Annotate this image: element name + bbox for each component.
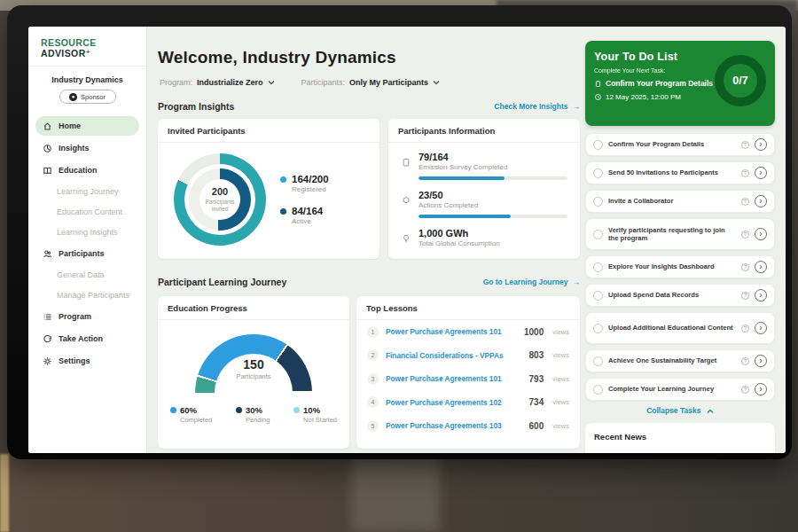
task-row[interactable]: Achieve One Sustainability Target ? ›: [585, 349, 775, 372]
task-row[interactable]: Verify participants requesting to join t…: [585, 218, 775, 250]
sidebar-item-take-action[interactable]: Take Action: [35, 329, 139, 348]
main-content: Welcome, Industry Dynamics Program: Indu…: [158, 27, 580, 453]
task-checkbox[interactable]: [593, 168, 603, 178]
recent-news-title: Recent News: [594, 432, 766, 442]
card-title: Participants Information: [388, 119, 580, 143]
task-row[interactable]: Confirm Your Program Details ? ›: [585, 133, 775, 156]
task-checkbox[interactable]: [593, 197, 603, 207]
app-logo: RESOURCE ADVISOR+: [28, 27, 146, 66]
chevron-right-icon[interactable]: ›: [755, 167, 767, 179]
stat-actions-completed: 23/50 Actions Completed: [401, 190, 567, 218]
chevron-right-icon[interactable]: ›: [755, 261, 767, 273]
lesson-link[interactable]: Power Purchase Agreements 103: [386, 421, 522, 430]
monitor-bezel: RESOURCE ADVISOR+ Industry Dynamics ● Sp…: [7, 5, 792, 459]
lesson-row: 1 Power Purchase Agreements 101 1000 vie…: [356, 320, 580, 344]
gauge-center-label: Participants: [195, 372, 312, 380]
participants-information-card: Participants Information 79/164 Emission…: [388, 119, 580, 259]
chevron-right-icon[interactable]: ›: [755, 195, 767, 207]
desk-environment: RESOURCE ADVISOR+ Industry Dynamics ● Sp…: [0, 0, 798, 532]
sidebar-item-program[interactable]: Program: [35, 307, 139, 326]
clock-icon: [594, 93, 602, 101]
task-row[interactable]: Invite a Collaborator ? ›: [585, 190, 775, 213]
participants-filter-value: Only My Participants: [349, 78, 428, 87]
program-filter[interactable]: Program: Industrialize Zero: [160, 78, 275, 87]
lesson-link[interactable]: Power Purchase Agreements 101: [386, 327, 517, 336]
chevron-right-icon[interactable]: ›: [755, 355, 767, 367]
help-icon[interactable]: ?: [741, 198, 749, 206]
sidebar-item-manage-participants[interactable]: Manage Participants: [35, 286, 139, 304]
gauge-legend: 60% Completed 30% Pending 10% Not Starte…: [158, 393, 349, 424]
progress-bar: [419, 215, 567, 218]
legend-item-completed: 60% Completed: [170, 405, 212, 424]
check-more-insights-link[interactable]: Check More Insights →: [494, 102, 580, 111]
stat-emission-survey: 79/164 Emission Survey Completed: [401, 152, 567, 180]
insights-icon: [43, 144, 52, 153]
legend-dot: [170, 407, 176, 413]
section-title: Participant Learning Journey: [158, 277, 286, 287]
help-icon[interactable]: ?: [741, 325, 749, 332]
sidebar-item-settings[interactable]: Settings: [35, 351, 139, 371]
help-icon[interactable]: ?: [741, 292, 749, 300]
lesson-link[interactable]: Power Purchase Agreements 102: [386, 398, 522, 407]
arrow-right-icon: →: [573, 102, 581, 111]
task-checkbox[interactable]: [593, 230, 603, 239]
filter-bar: Program: Industrialize Zero Participants…: [160, 78, 440, 87]
todo-next-task-label: Confirm Your Program Details: [606, 79, 713, 88]
collapse-tasks-link[interactable]: Collapse Tasks: [585, 406, 775, 415]
sidebar-item-participants[interactable]: Participants: [35, 244, 139, 263]
task-checkbox[interactable]: [593, 291, 603, 301]
lesson-views: 1000: [524, 327, 544, 337]
help-icon[interactable]: ?: [741, 386, 749, 394]
stat-value: 1,000 GWh: [419, 228, 567, 239]
collapse-label: Collapse Tasks: [646, 406, 700, 415]
help-icon[interactable]: ?: [741, 357, 749, 365]
sidebar-item-home[interactable]: Home: [35, 116, 139, 136]
task-checkbox[interactable]: [593, 385, 603, 395]
participants-filter[interactable]: Participants: Only My Participants: [301, 78, 441, 87]
sidebar-item-general-data[interactable]: General Data: [35, 266, 139, 284]
clipboard-icon: [401, 157, 411, 168]
help-icon[interactable]: ?: [741, 169, 749, 177]
recent-news-card: Recent News: [585, 423, 775, 453]
lesson-link[interactable]: Power Purchase Agreements 101: [386, 374, 522, 383]
sidebar-item-education-content[interactable]: Education Content: [35, 203, 139, 221]
lesson-rank: 2: [367, 349, 379, 361]
nav-label: Take Action: [59, 334, 103, 343]
task-checkbox[interactable]: [593, 324, 603, 333]
lesson-rank: 1: [367, 326, 379, 338]
sidebar-item-learning-insights[interactable]: Learning Insights: [35, 223, 139, 241]
task-row[interactable]: Upload Spend Data Records ? ›: [585, 284, 775, 307]
nav-label: Education: [59, 166, 98, 175]
nav-label: Learning Insights: [57, 228, 118, 237]
todo-due-label: 12 May 2025, 12:00 PM: [606, 93, 681, 101]
sidebar-item-education[interactable]: Education: [35, 160, 139, 180]
help-icon[interactable]: ?: [741, 263, 749, 271]
task-checkbox[interactable]: [593, 140, 603, 150]
chevron-right-icon[interactable]: ›: [755, 228, 767, 240]
sidebar-item-learning-journey[interactable]: Learning Journey: [35, 183, 139, 200]
task-row[interactable]: Complete Your Learning Journey ? ›: [585, 378, 775, 401]
go-to-learning-journey-link[interactable]: Go to Learning Journey →: [483, 278, 580, 286]
chevron-right-icon[interactable]: ›: [755, 138, 767, 151]
chevron-right-icon[interactable]: ›: [755, 289, 767, 301]
actions-icon: [401, 195, 411, 206]
help-icon[interactable]: ?: [741, 141, 749, 149]
help-icon[interactable]: ?: [741, 231, 749, 239]
lesson-link[interactable]: Financial Considerations - VPPAs: [386, 351, 522, 360]
chevron-right-icon[interactable]: ›: [755, 383, 767, 395]
sidebar-item-insights[interactable]: Insights: [35, 138, 139, 158]
task-row[interactable]: Explore Your Insights Dashboard ? ›: [585, 255, 775, 278]
invited-participants-donut-chart: 200 Participants Invited: [174, 153, 266, 246]
task-list: Confirm Your Program Details ? › Send 50…: [585, 133, 775, 401]
task-checkbox[interactable]: [593, 262, 603, 272]
learning-journey-header: Participant Learning Journey Go to Learn…: [158, 277, 580, 287]
task-row[interactable]: Upload Additional Educational Content ? …: [585, 312, 775, 344]
chevron-right-icon[interactable]: ›: [755, 322, 767, 334]
legend-pct: 30%: [246, 405, 262, 415]
lesson-views: 793: [529, 374, 544, 384]
legend-value: 84/164: [292, 206, 323, 216]
lesson-rank: 3: [367, 373, 379, 385]
task-checkbox[interactable]: [593, 356, 603, 366]
sponsor-badge[interactable]: ● Sponsor: [59, 90, 116, 104]
task-row[interactable]: Send 50 Invitations to Participants ? ›: [585, 161, 775, 184]
